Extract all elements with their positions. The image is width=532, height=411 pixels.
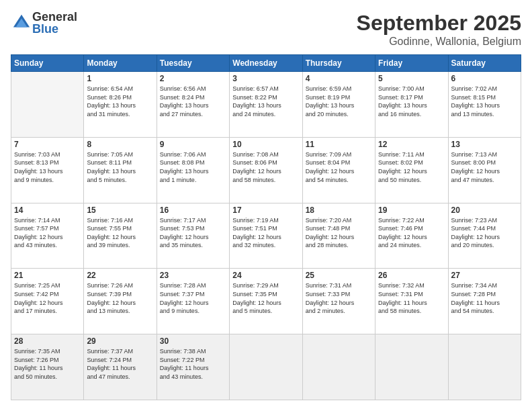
day-number: 11	[306, 140, 372, 149]
day-number: 28	[14, 336, 81, 346]
day-info: Sunrise: 7:31 AMSunset: 7:33 PMDaylight:…	[306, 281, 372, 315]
day-number: 1	[87, 74, 153, 83]
calendar-cell: 16Sunrise: 7:17 AMSunset: 7:53 PMDayligh…	[157, 203, 229, 269]
weekday-header-wednesday: Wednesday	[230, 55, 302, 72]
day-info: Sunrise: 7:14 AMSunset: 7:57 PMDaylight:…	[14, 216, 81, 250]
weekday-header-tuesday: Tuesday	[157, 55, 229, 72]
calendar-cell: 3Sunrise: 6:57 AMSunset: 8:22 PMDaylight…	[230, 72, 302, 138]
calendar-cell: 5Sunrise: 7:00 AMSunset: 8:17 PMDaylight…	[375, 72, 448, 138]
day-number: 30	[160, 336, 226, 346]
calendar-cell: 2Sunrise: 6:56 AMSunset: 8:24 PMDaylight…	[157, 72, 229, 138]
calendar-cell: 18Sunrise: 7:20 AMSunset: 7:48 PMDayligh…	[302, 203, 375, 269]
weekday-header-monday: Monday	[84, 55, 157, 72]
calendar-cell	[448, 334, 521, 400]
day-info: Sunrise: 7:09 AMSunset: 8:04 PMDaylight:…	[306, 150, 372, 184]
day-info: Sunrise: 7:26 AMSunset: 7:39 PMDaylight:…	[87, 281, 153, 315]
title-section: September 2025 Godinne, Wallonia, Belgiu…	[357, 11, 521, 48]
day-number: 4	[306, 74, 372, 83]
day-number: 3	[232, 74, 299, 83]
calendar-cell: 21Sunrise: 7:25 AMSunset: 7:42 PMDayligh…	[11, 269, 84, 334]
logo-text: General Blue	[32, 11, 77, 35]
day-info: Sunrise: 7:25 AMSunset: 7:42 PMDaylight:…	[14, 281, 81, 315]
day-info: Sunrise: 7:16 AMSunset: 7:55 PMDaylight:…	[87, 216, 153, 250]
day-info: Sunrise: 7:32 AMSunset: 7:31 PMDaylight:…	[378, 281, 445, 315]
day-info: Sunrise: 7:23 AMSunset: 7:44 PMDaylight:…	[451, 216, 518, 250]
calendar-week-3: 14Sunrise: 7:14 AMSunset: 7:57 PMDayligh…	[11, 203, 521, 269]
calendar-cell: 26Sunrise: 7:32 AMSunset: 7:31 PMDayligh…	[375, 269, 448, 334]
day-number: 7	[14, 140, 81, 149]
day-info: Sunrise: 7:35 AMSunset: 7:26 PMDaylight:…	[14, 347, 81, 381]
weekday-header-sunday: Sunday	[11, 55, 84, 72]
day-number: 10	[232, 140, 299, 149]
calendar-cell	[302, 334, 375, 400]
day-number: 24	[232, 271, 299, 280]
calendar-cell: 9Sunrise: 7:06 AMSunset: 8:08 PMDaylight…	[157, 137, 229, 203]
calendar-cell: 28Sunrise: 7:35 AMSunset: 7:26 PMDayligh…	[11, 334, 84, 400]
weekday-header-thursday: Thursday	[302, 55, 375, 72]
day-info: Sunrise: 6:54 AMSunset: 8:26 PMDaylight:…	[87, 85, 153, 118]
weekday-header-saturday: Saturday	[448, 55, 521, 72]
day-number: 12	[378, 140, 445, 149]
calendar-cell: 11Sunrise: 7:09 AMSunset: 8:04 PMDayligh…	[302, 137, 375, 203]
day-number: 20	[451, 205, 518, 215]
day-number: 29	[87, 336, 153, 346]
calendar-cell: 7Sunrise: 7:03 AMSunset: 8:13 PMDaylight…	[11, 137, 84, 203]
day-info: Sunrise: 7:34 AMSunset: 7:28 PMDaylight:…	[451, 281, 518, 315]
day-number: 21	[14, 271, 81, 280]
calendar-cell: 30Sunrise: 7:38 AMSunset: 7:22 PMDayligh…	[157, 334, 229, 400]
page: General Blue September 2025 Godinne, Wal…	[0, 0, 532, 411]
day-info: Sunrise: 7:11 AMSunset: 8:02 PMDaylight:…	[378, 150, 445, 184]
weekday-header-friday: Friday	[375, 55, 448, 72]
day-number: 8	[87, 140, 153, 149]
calendar-cell: 19Sunrise: 7:22 AMSunset: 7:46 PMDayligh…	[375, 203, 448, 269]
day-info: Sunrise: 7:22 AMSunset: 7:46 PMDaylight:…	[378, 216, 445, 250]
day-number: 27	[451, 271, 518, 280]
day-info: Sunrise: 6:59 AMSunset: 8:19 PMDaylight:…	[306, 85, 372, 118]
calendar-cell: 20Sunrise: 7:23 AMSunset: 7:44 PMDayligh…	[448, 203, 521, 269]
month-title: September 2025	[357, 11, 521, 36]
header: General Blue September 2025 Godinne, Wal…	[11, 11, 521, 48]
calendar-week-1: 1Sunrise: 6:54 AMSunset: 8:26 PMDaylight…	[11, 72, 521, 138]
logo-general: General	[32, 11, 77, 23]
calendar-cell: 12Sunrise: 7:11 AMSunset: 8:02 PMDayligh…	[375, 137, 448, 203]
day-info: Sunrise: 7:02 AMSunset: 8:15 PMDaylight:…	[451, 85, 518, 118]
logo: General Blue	[11, 11, 77, 35]
day-info: Sunrise: 7:28 AMSunset: 7:37 PMDaylight:…	[160, 281, 226, 315]
calendar-cell	[230, 334, 302, 400]
day-number: 14	[14, 205, 81, 215]
calendar-cell: 4Sunrise: 6:59 AMSunset: 8:19 PMDaylight…	[302, 72, 375, 138]
day-number: 25	[306, 271, 372, 280]
calendar-cell: 23Sunrise: 7:28 AMSunset: 7:37 PMDayligh…	[157, 269, 229, 334]
location-subtitle: Godinne, Wallonia, Belgium	[357, 36, 521, 48]
calendar-week-5: 28Sunrise: 7:35 AMSunset: 7:26 PMDayligh…	[11, 334, 521, 400]
day-info: Sunrise: 7:00 AMSunset: 8:17 PMDaylight:…	[378, 85, 445, 118]
calendar-cell: 27Sunrise: 7:34 AMSunset: 7:28 PMDayligh…	[448, 269, 521, 334]
day-number: 18	[306, 205, 372, 215]
calendar-cell: 10Sunrise: 7:08 AMSunset: 8:06 PMDayligh…	[230, 137, 302, 203]
calendar-week-4: 21Sunrise: 7:25 AMSunset: 7:42 PMDayligh…	[11, 269, 521, 334]
day-info: Sunrise: 7:17 AMSunset: 7:53 PMDaylight:…	[160, 216, 226, 250]
day-info: Sunrise: 7:06 AMSunset: 8:08 PMDaylight:…	[160, 150, 226, 184]
calendar-cell: 8Sunrise: 7:05 AMSunset: 8:11 PMDaylight…	[84, 137, 157, 203]
day-number: 9	[160, 140, 226, 149]
day-number: 13	[451, 140, 518, 149]
day-info: Sunrise: 7:03 AMSunset: 8:13 PMDaylight:…	[14, 150, 81, 184]
calendar-cell	[375, 334, 448, 400]
logo-icon	[12, 13, 31, 32]
day-number: 26	[378, 271, 445, 280]
calendar-cell: 14Sunrise: 7:14 AMSunset: 7:57 PMDayligh…	[11, 203, 84, 269]
day-number: 6	[451, 74, 518, 83]
day-info: Sunrise: 7:19 AMSunset: 7:51 PMDaylight:…	[232, 216, 299, 250]
day-info: Sunrise: 7:29 AMSunset: 7:35 PMDaylight:…	[232, 281, 299, 315]
calendar-table: SundayMondayTuesdayWednesdayThursdayFrid…	[11, 54, 521, 400]
logo-blue: Blue	[32, 23, 77, 35]
day-number: 2	[160, 74, 226, 83]
calendar-week-2: 7Sunrise: 7:03 AMSunset: 8:13 PMDaylight…	[11, 137, 521, 203]
calendar-cell: 25Sunrise: 7:31 AMSunset: 7:33 PMDayligh…	[302, 269, 375, 334]
calendar-cell: 15Sunrise: 7:16 AMSunset: 7:55 PMDayligh…	[84, 203, 157, 269]
day-info: Sunrise: 7:05 AMSunset: 8:11 PMDaylight:…	[87, 150, 153, 184]
day-number: 16	[160, 205, 226, 215]
calendar-cell: 22Sunrise: 7:26 AMSunset: 7:39 PMDayligh…	[84, 269, 157, 334]
day-number: 23	[160, 271, 226, 280]
day-number: 19	[378, 205, 445, 215]
